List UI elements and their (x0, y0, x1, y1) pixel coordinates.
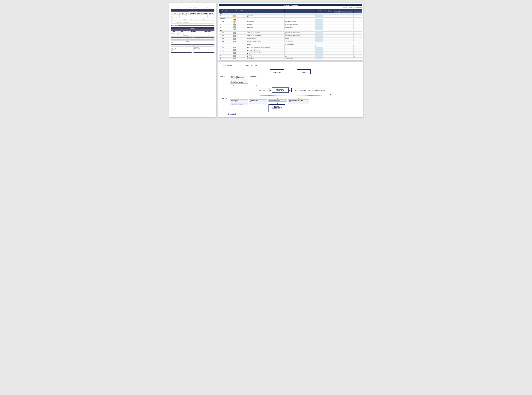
ctrl-cell (334, 36, 343, 38)
arrow-down-route2: ▼ (269, 102, 286, 104)
priority-low: Low (233, 52, 236, 53)
output-item: Optimisation parameters (250, 102, 266, 104)
status-cell: ok (219, 58, 233, 59)
col-setup: SETUP (171, 38, 176, 40)
ctrl-cell (334, 25, 343, 27)
forecast-cell (343, 27, 353, 28)
learn-cell (353, 39, 362, 41)
comms-section-label: COMMUNICATION (171, 25, 214, 26)
global-cell (316, 15, 323, 16)
optimisation-label: OPTIMISATION (274, 89, 287, 90)
data-cell: Vehicle Details (247, 27, 285, 28)
forecasting-output-list: Resource Planning Expected collection an… (230, 99, 248, 105)
desc-cell: Ref/Vehicle capacity (285, 56, 316, 58)
ctrl-cell (334, 41, 343, 42)
cell: And confirm with admin profilebased item… (194, 48, 214, 50)
optimisation-sublabel: CONTROLLER (274, 90, 287, 91)
forecast-cell (343, 22, 353, 24)
status-cell: ok (219, 27, 233, 28)
route-opt-label: ROUTE OPTIMISATION (293, 90, 306, 91)
local-cell (323, 41, 334, 42)
outputs-section: OUTPUTS ▼ Resource Planning Expected col… (220, 97, 361, 112)
priority-mid: Mid (233, 16, 235, 17)
input-item-vehicle: Vehicle data - volume and capacity (231, 77, 247, 78)
phase-bar: PRE THROUGHOUT THE DAY POST (171, 6, 214, 8)
cell: Impact (200, 32, 203, 33)
forecast-cell (343, 15, 353, 16)
doc-title-text: LAST MILE DELIVERY (171, 5, 182, 5)
data-cell: Max Load/Capacity (247, 56, 285, 58)
local-cell (323, 45, 334, 47)
phase-pre: PRE (171, 6, 185, 8)
local-cell (323, 38, 334, 39)
local-cell (323, 53, 334, 55)
priority-cell: Mid (233, 22, 247, 24)
learn-cell (353, 28, 362, 30)
global-cell (316, 51, 323, 53)
col-comms: COMMUNICATION (196, 13, 202, 15)
global-cell (316, 19, 323, 21)
col-modules: Modules Impacted (334, 9, 362, 11)
phase-during: THROUGHOUT THE DAY (185, 6, 200, 8)
desc-cell: Start Time, End Time (285, 28, 316, 30)
learn-cell (353, 21, 362, 22)
arrow-c-to-r: ▶ (289, 89, 291, 91)
global-cell (316, 58, 323, 59)
front-stage-header: FRONT STAGE ACTIONS (171, 11, 214, 12)
global-cell (316, 47, 323, 49)
cell: Manage Routes (202, 15, 207, 18)
cell: RO: Login (171, 50, 194, 51)
data-cell: Average Stop Time for Deliveries (247, 33, 285, 35)
google-maps-sublabel: / TOM TOM (298, 72, 309, 73)
actions-header: ACTIONS (171, 9, 214, 11)
priority-cell (233, 45, 247, 47)
desc-cell (285, 50, 316, 51)
middleware-label4: WITH DRIVERS (270, 110, 284, 111)
ctrl-cell (334, 16, 343, 18)
output-item: Actual vs Predicted volume calculation (289, 100, 308, 101)
priority-note: * High, Medium, Low? (285, 41, 293, 42)
arrow-icon-1: ▼ (228, 85, 238, 87)
routing-header: ROUTING (171, 29, 214, 31)
output-item: Calibrate forecasting model/ forecast mo… (289, 102, 308, 104)
learn-cell (353, 25, 362, 27)
priority-low: Low (233, 53, 236, 54)
data-cell: Average Stop Time for Cross Docks (247, 35, 285, 36)
desc-cell: Not part of configuration (285, 44, 316, 45)
cell: Manage Routes (196, 15, 202, 18)
scheduling-header: SCHEDULING (171, 37, 214, 38)
status-cell: ok (219, 25, 233, 27)
priority-cell: Low (233, 50, 247, 51)
arrow-down-ctrl: ▼ (249, 97, 267, 99)
connector-row (220, 93, 361, 96)
learn-cell (353, 24, 362, 25)
ctrl-cell (334, 24, 343, 25)
config-table: Backlog Feasib. Back End MVP? Data Globa… (219, 9, 362, 59)
data-cell: Route Geofencing (for optimisation) (247, 50, 285, 51)
forecast-cell (343, 51, 353, 53)
desc-cell: eg. Static, Dynamic, Contractor etc. (285, 24, 316, 25)
table-row: to be scoped Low Order/Stop Priority (Se… (219, 41, 362, 42)
forecast-cell (343, 47, 353, 49)
col-planning: PLANNING & REVIEW (176, 38, 190, 40)
actions-footer: ACTIONS (171, 52, 214, 53)
local-cell (323, 36, 334, 38)
table-row: to be scoped Low Average Stop Time for D… (219, 33, 362, 35)
col-setup: SETUP (171, 45, 194, 47)
desc-cell (285, 51, 316, 53)
doc-subtitle-text: WORKING SERVICE BLUEPRINT (184, 5, 201, 5)
ctrl-cell (334, 44, 343, 45)
data-cell: Steps to Routes assignments (Best orders… (247, 47, 285, 49)
global-cell (316, 24, 323, 25)
outputs-groups: ▼ Resource Planning Expected collection … (230, 97, 361, 112)
local-cell (323, 56, 334, 58)
data-cell: Max driving time (247, 53, 285, 55)
learn-cell (353, 47, 362, 49)
desc-cell: Not part of configuration (285, 45, 316, 47)
table-row: - Click on Anti-clockwise Not part of co… (219, 45, 362, 47)
table-row: ok Low Min driving time (219, 55, 362, 56)
section-label: Resources (219, 18, 362, 19)
forecasting-label: FORECASTING (254, 90, 268, 91)
learn-cell (353, 35, 362, 36)
arrows-down-row: ▼ ▼ (220, 85, 361, 87)
